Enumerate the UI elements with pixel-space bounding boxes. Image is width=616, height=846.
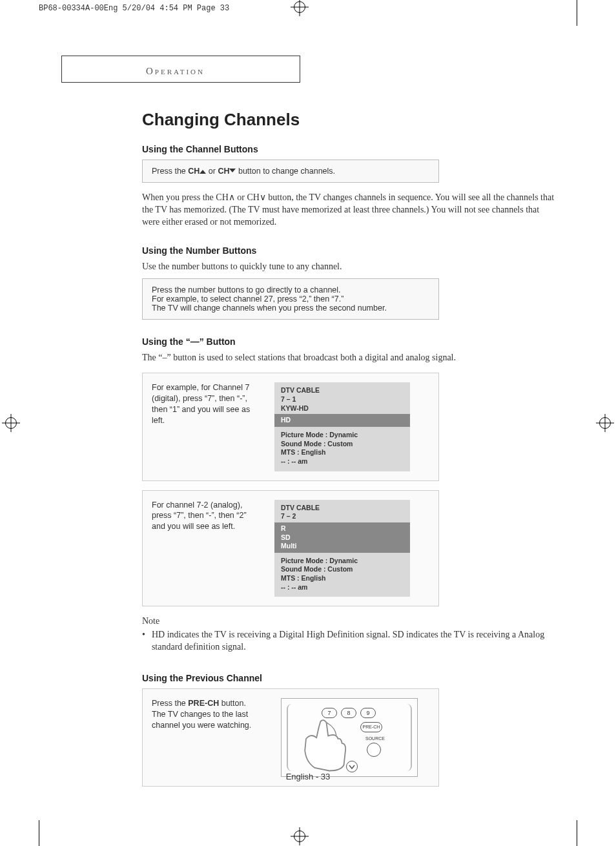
note-block: Note • HD indicates the TV is receiving … — [142, 615, 555, 654]
s2-instruction-box: Press the number buttons to go directly … — [142, 278, 439, 320]
osd1-l1: DTV CABLE — [281, 386, 404, 395]
s3-ex2-osd: DTV CABLE 7 – 2 R SD Multi Picture Mode … — [274, 500, 410, 597]
crop-line — [577, 0, 577, 26]
chevron-up-icon — [200, 169, 206, 174]
s3-example2-box: For channel 7-2 (analog), press “7”, the… — [142, 490, 439, 607]
osd1-l3: KYW-HD — [281, 404, 404, 413]
osd2-band: R SD Multi — [274, 522, 410, 553]
note-text: HD indicates the TV is receiving a Digit… — [152, 629, 555, 654]
s1-ch-label-1: CH — [188, 167, 200, 176]
s1-body: When you press the CH∧ or CH∨ button, th… — [142, 192, 555, 229]
hand-icon — [294, 716, 353, 774]
s4-text: Press the PRE-CH button. The TV changes … — [152, 698, 268, 777]
s2-heading: Using the Number Buttons — [142, 245, 555, 256]
content-column: Changing Channels Using the Channel Butt… — [142, 110, 555, 796]
registration-mark-left — [5, 417, 17, 429]
registration-mark-right — [599, 417, 611, 429]
registration-mark-top — [294, 1, 305, 13]
s3-ex1-text: For example, for Channel 7 (digital), pr… — [152, 382, 262, 471]
s1-box-text-post: button to change channels. — [236, 167, 335, 176]
osd1-b1: Picture Mode : Dynamic — [281, 431, 404, 440]
osd2-band1: R — [281, 524, 404, 533]
page: BP68-00334A-00Eng 5/20/04 4:54 PM Page 3… — [0, 0, 616, 846]
s2-box-l1: Press the number buttons to go directly … — [152, 285, 429, 294]
remote-illustration: 7 8 9 PRE-CH SOURCE — [281, 698, 418, 777]
registration-mark-bottom — [294, 831, 305, 842]
s4-prech-label: PRE-CH — [188, 699, 219, 708]
crop-line — [39, 820, 39, 846]
osd2-band3: Multi — [281, 542, 404, 551]
osd2-b2: Sound Mode : Custom — [281, 565, 404, 574]
s3-heading: Using the “—” Button — [142, 336, 555, 347]
remote-button-prech: PRE-CH — [360, 722, 382, 732]
s2-lead: Use the number buttons to quickly tune t… — [142, 261, 555, 273]
s2-box-l2: For example, to select channel 27, press… — [152, 294, 429, 304]
s1-instruction-box: Press the CH or CH button to change chan… — [142, 160, 439, 183]
osd2-band2: SD — [281, 533, 404, 542]
s1-ch-label-2: CH — [218, 167, 229, 176]
remote-button-source — [367, 743, 381, 757]
note-bullet: • — [142, 629, 145, 654]
cropmark-text: BP68-00334A-00Eng 5/20/04 4:54 PM Page 3… — [39, 4, 229, 13]
remote-button-9: 9 — [360, 708, 376, 718]
osd1-l2: 7 – 1 — [281, 395, 404, 404]
osd2-l2: 7 – 2 — [281, 512, 404, 521]
s3-ex1-osd: DTV CABLE 7 – 1 KYW-HD HD Picture Mode :… — [274, 382, 410, 471]
s3-ex2-text: For channel 7-2 (analog), press “7”, the… — [152, 500, 262, 597]
osd2-l1: DTV CABLE — [281, 504, 404, 513]
s3-example1-box: For example, for Channel 7 (digital), pr… — [142, 373, 439, 480]
s4-post: button. — [219, 699, 246, 708]
osd1-b2: Sound Mode : Custom — [281, 440, 404, 449]
note-title: Note — [142, 615, 555, 628]
s4-heading: Using the Previous Channel — [142, 673, 555, 683]
page-title: Changing Channels — [142, 110, 555, 130]
s1-box-text-pre: Press the — [152, 167, 188, 176]
s3-lead: The “–” button is used to select station… — [142, 352, 555, 364]
chevron-down-icon — [229, 169, 236, 174]
s4-l2: The TV changes to the last channel you w… — [152, 709, 268, 731]
page-footer: English - 33 — [0, 772, 616, 781]
osd2-b3: MTS : English — [281, 574, 404, 583]
section-header: Operation — [146, 66, 205, 77]
s4-pre: Press the — [152, 699, 188, 708]
osd1-band: HD — [274, 414, 410, 427]
s1-heading: Using the Channel Buttons — [142, 144, 555, 154]
osd2-b4: -- : -- am — [281, 583, 404, 592]
section-header-box: Operation — [61, 56, 300, 83]
osd1-b4: -- : -- am — [281, 457, 404, 466]
remote-label-source: SOURCE — [365, 736, 385, 741]
s1-box-mid: or — [206, 167, 218, 176]
crop-line — [577, 820, 577, 846]
osd1-b3: MTS : English — [281, 448, 404, 457]
s2-box-l3: The TV will change channels when you pre… — [152, 304, 429, 313]
osd2-b1: Picture Mode : Dynamic — [281, 557, 404, 566]
